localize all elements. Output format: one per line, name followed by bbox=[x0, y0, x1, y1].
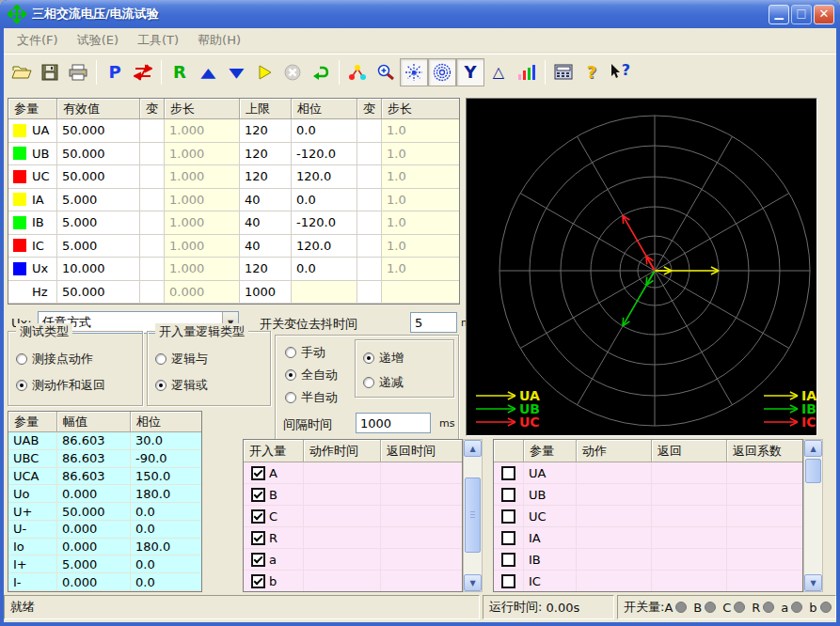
param-name-cell[interactable]: IA bbox=[8, 189, 57, 212]
result-check-cell[interactable] bbox=[494, 462, 524, 484]
vary-cell[interactable] bbox=[357, 143, 382, 166]
input-channel-cell[interactable]: A bbox=[244, 462, 304, 484]
input-table-scrollbar[interactable]: ▲ ▼ bbox=[463, 439, 483, 592]
step-cell[interactable]: 1.0 bbox=[382, 165, 460, 189]
bars-view-button[interactable] bbox=[513, 58, 541, 86]
phase-cell[interactable]: -120.0 bbox=[292, 211, 357, 235]
step-cell[interactable]: 1.000 bbox=[165, 119, 240, 143]
radio-icon[interactable] bbox=[285, 392, 296, 403]
maximize-button[interactable]: □ bbox=[791, 5, 812, 24]
checkbox-icon[interactable] bbox=[501, 531, 515, 545]
radio-icon[interactable] bbox=[285, 369, 296, 381]
vary-cell[interactable] bbox=[357, 211, 382, 235]
limit-cell[interactable]: 120 bbox=[240, 119, 292, 143]
radio-decrease[interactable]: 递减 bbox=[363, 374, 404, 391]
open-button[interactable] bbox=[8, 58, 36, 86]
phase-cell[interactable]: 120.0 bbox=[292, 165, 357, 189]
result-check-cell[interactable] bbox=[494, 506, 524, 527]
vary-cell[interactable] bbox=[140, 143, 165, 166]
checkbox-icon[interactable] bbox=[501, 488, 515, 502]
debounce-input[interactable] bbox=[410, 312, 457, 333]
param-name-cell[interactable]: Ux bbox=[8, 258, 57, 281]
radio-contact-action[interactable]: 测接点动作 bbox=[16, 351, 93, 368]
phase-cell[interactable]: 0.0 bbox=[292, 258, 357, 281]
scroll-down-icon[interactable]: ▼ bbox=[804, 574, 822, 591]
radio-icon[interactable] bbox=[155, 380, 166, 391]
value-cell[interactable]: 50.000 bbox=[57, 165, 140, 189]
menu-test[interactable]: 试验(E) bbox=[70, 30, 126, 51]
step-cell[interactable]: 1.0 bbox=[382, 211, 460, 235]
vary-cell[interactable] bbox=[140, 235, 165, 258]
checkbox-icon[interactable] bbox=[501, 574, 515, 588]
value-cell[interactable]: 5.000 bbox=[57, 235, 140, 258]
scroll-up-icon[interactable]: ▲ bbox=[464, 440, 482, 457]
help-button[interactable]: ? bbox=[578, 58, 606, 86]
step-cell[interactable] bbox=[382, 281, 460, 305]
radio-action-return[interactable]: 测动作和返回 bbox=[16, 377, 105, 394]
param-name-cell[interactable]: IB bbox=[8, 211, 57, 235]
limit-cell[interactable]: 120 bbox=[240, 258, 292, 281]
vary-cell[interactable] bbox=[357, 165, 382, 189]
limit-cell[interactable]: 40 bbox=[240, 211, 292, 235]
scroll-up-icon[interactable]: ▲ bbox=[804, 440, 822, 457]
undo-button[interactable] bbox=[307, 58, 335, 86]
limit-cell[interactable]: 120 bbox=[240, 143, 292, 166]
value-cell[interactable]: 5.000 bbox=[57, 211, 140, 235]
radio-icon[interactable] bbox=[363, 377, 374, 388]
input-channel-cell[interactable]: b bbox=[244, 571, 304, 592]
reset-r-button[interactable]: R bbox=[166, 58, 194, 86]
print-button[interactable] bbox=[64, 58, 92, 86]
checkbox-icon[interactable] bbox=[251, 553, 265, 567]
vary-cell[interactable] bbox=[357, 189, 382, 212]
step-cell[interactable]: 1.000 bbox=[165, 189, 240, 212]
calculator-button[interactable] bbox=[549, 58, 578, 86]
radio-icon[interactable] bbox=[16, 353, 27, 365]
radio-increase[interactable]: 递增 bbox=[363, 350, 404, 367]
radio-icon[interactable] bbox=[155, 353, 166, 365]
radio-logic-or[interactable]: 逻辑或 bbox=[155, 377, 208, 394]
vary-cell[interactable] bbox=[140, 119, 165, 143]
step-cell[interactable]: 1.0 bbox=[382, 258, 460, 281]
vector-button[interactable] bbox=[343, 58, 372, 86]
step-cell[interactable]: 1.0 bbox=[382, 119, 460, 143]
step-cell[interactable]: 1.0 bbox=[382, 235, 460, 258]
scroll-track[interactable] bbox=[464, 457, 482, 574]
param-name-cell[interactable]: Hz bbox=[8, 281, 57, 305]
checkbox-icon[interactable] bbox=[501, 466, 515, 480]
scroll-track[interactable] bbox=[804, 457, 822, 574]
param-name-cell[interactable]: UA bbox=[8, 119, 57, 143]
checkbox-icon[interactable] bbox=[251, 574, 265, 588]
value-cell[interactable]: 50.000 bbox=[57, 143, 140, 166]
result-check-cell[interactable] bbox=[494, 571, 524, 592]
step-cell[interactable]: 0.000 bbox=[165, 281, 240, 305]
vary-cell[interactable] bbox=[140, 211, 165, 235]
value-cell[interactable]: 50.000 bbox=[57, 119, 140, 143]
value-cell[interactable]: 50.000 bbox=[57, 281, 140, 305]
zoom-button[interactable] bbox=[372, 58, 400, 86]
vary-cell[interactable] bbox=[357, 119, 382, 143]
save-button[interactable] bbox=[36, 58, 64, 86]
limit-cell[interactable]: 40 bbox=[240, 189, 292, 212]
wye-view-button[interactable]: Y bbox=[456, 58, 484, 86]
checkbox-icon[interactable] bbox=[501, 509, 515, 524]
raise-button[interactable]: ▲ bbox=[194, 58, 222, 86]
vary-cell[interactable] bbox=[140, 189, 165, 212]
step-cell[interactable]: 1.000 bbox=[165, 165, 240, 189]
lower-button[interactable]: ▼ bbox=[222, 58, 250, 86]
param-name-cell[interactable]: IC bbox=[8, 235, 57, 258]
radio-semi-auto[interactable]: 半自动 bbox=[285, 389, 338, 406]
step-cell[interactable]: 1.000 bbox=[165, 211, 240, 235]
scroll-thumb[interactable] bbox=[465, 477, 481, 553]
scroll-thumb[interactable] bbox=[805, 459, 821, 483]
checkbox-icon[interactable] bbox=[251, 466, 265, 480]
vary-cell[interactable] bbox=[140, 281, 165, 305]
menu-tools[interactable]: 工具(T) bbox=[130, 30, 186, 51]
result-check-cell[interactable] bbox=[494, 527, 524, 549]
step-cell[interactable]: 1.000 bbox=[165, 143, 240, 166]
checkbox-icon[interactable] bbox=[251, 531, 265, 545]
step-cell[interactable]: 1.0 bbox=[382, 143, 460, 166]
param-name-cell[interactable]: UC bbox=[8, 165, 57, 189]
vary-cell[interactable] bbox=[140, 258, 165, 281]
radio-icon[interactable] bbox=[16, 380, 27, 391]
harmonic-view-button[interactable] bbox=[428, 58, 456, 86]
